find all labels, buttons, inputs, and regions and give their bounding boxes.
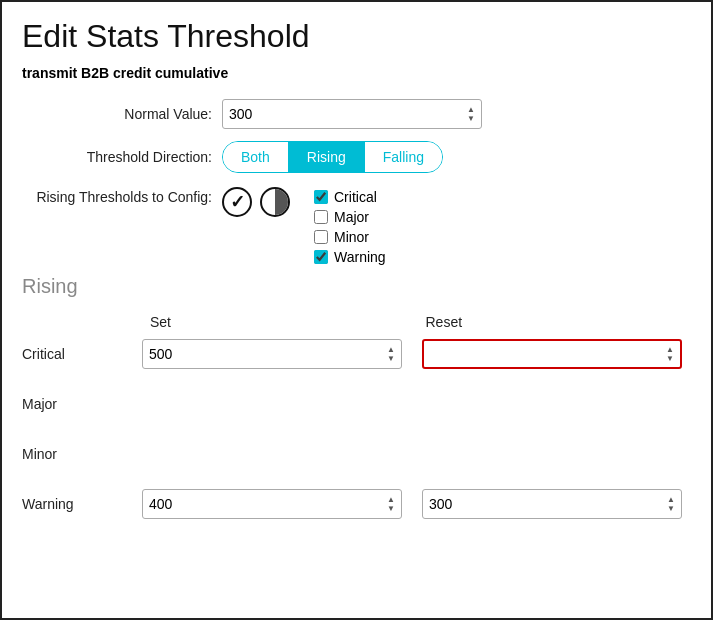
checkbox-critical: Critical [314, 189, 386, 205]
warning-set-field[interactable] [149, 496, 369, 512]
config-icon-checked[interactable] [222, 187, 252, 217]
critical-reset-input-wrapper: ▲ ▼ [422, 339, 682, 369]
critical-reset-up[interactable]: ▲ [666, 346, 674, 354]
checkbox-major-label: Major [334, 209, 369, 225]
normal-value-field[interactable] [229, 106, 449, 122]
checkbox-minor-label: Minor [334, 229, 369, 245]
page-title: Edit Stats Threshold [22, 18, 691, 55]
critical-set-down[interactable]: ▼ [387, 355, 395, 363]
warning-reset-up[interactable]: ▲ [667, 496, 675, 504]
checkbox-warning: Warning [314, 249, 386, 265]
row-warning-label: Warning [22, 496, 142, 512]
normal-value-down[interactable]: ▼ [467, 115, 475, 123]
table-row: Critical ▲ ▼ ▲ ▼ [22, 336, 691, 372]
checkbox-warning-input[interactable] [314, 250, 328, 264]
warning-set-spinner[interactable]: ▲ ▼ [387, 496, 395, 513]
warning-reset-spinner[interactable]: ▲ ▼ [667, 496, 675, 513]
warning-set-down[interactable]: ▼ [387, 505, 395, 513]
checkbox-minor-input[interactable] [314, 230, 328, 244]
normal-value-spinner[interactable]: ▲ ▼ [467, 106, 475, 123]
row-critical-label: Critical [22, 346, 142, 362]
warning-reset-input-wrapper: ▲ ▼ [422, 489, 682, 519]
warning-set-up[interactable]: ▲ [387, 496, 395, 504]
checkbox-critical-input[interactable] [314, 190, 328, 204]
direction-both[interactable]: Both [223, 142, 289, 172]
checkbox-list: Critical Major Minor Warning [314, 189, 386, 265]
table-row: Major [22, 386, 691, 422]
critical-reset-spinner[interactable]: ▲ ▼ [666, 346, 674, 363]
normal-value-up[interactable]: ▲ [467, 106, 475, 114]
checkbox-major-input[interactable] [314, 210, 328, 224]
critical-set-field[interactable] [149, 346, 369, 362]
normal-value-label: Normal Value: [22, 106, 222, 122]
normal-value-row: Normal Value: ▲ ▼ [22, 99, 691, 129]
checkbox-major: Major [314, 209, 386, 225]
table-row: Minor [22, 436, 691, 472]
row-minor-label: Minor [22, 446, 142, 462]
table-header-row: Set Reset [22, 314, 691, 330]
critical-set-spinner[interactable]: ▲ ▼ [387, 346, 395, 363]
critical-set-up[interactable]: ▲ [387, 346, 395, 354]
threshold-direction-label: Threshold Direction: [22, 149, 222, 165]
checkbox-warning-label: Warning [334, 249, 386, 265]
direction-falling[interactable]: Falling [365, 142, 442, 172]
row-major-label: Major [22, 396, 142, 412]
threshold-direction-row: Threshold Direction: Both Rising Falling [22, 141, 691, 173]
direction-group: Both Rising Falling [222, 141, 443, 173]
critical-reset-down[interactable]: ▼ [666, 355, 674, 363]
checkbox-minor: Minor [314, 229, 386, 245]
rising-thresholds-row: Rising Thresholds to Config: Critical Ma… [22, 185, 691, 265]
threshold-table: Set Reset Critical ▲ ▼ ▲ ▼ Major Min [22, 314, 691, 522]
direction-rising[interactable]: Rising [289, 142, 365, 172]
table-row: Warning ▲ ▼ ▲ ▼ [22, 486, 691, 522]
col-reset-header: Reset [416, 314, 692, 330]
normal-value-input-wrapper: ▲ ▼ [222, 99, 482, 129]
col-set-header: Set [140, 314, 416, 330]
warning-set-input-wrapper: ▲ ▼ [142, 489, 402, 519]
warning-reset-field[interactable] [429, 496, 649, 512]
critical-set-input-wrapper: ▲ ▼ [142, 339, 402, 369]
rising-section-title: Rising [22, 275, 691, 298]
rising-thresholds-label: Rising Thresholds to Config: [22, 185, 222, 205]
subtitle: transmit B2B credit cumulative [22, 65, 691, 81]
checkbox-critical-label: Critical [334, 189, 377, 205]
critical-reset-field[interactable] [430, 346, 650, 362]
config-icon-half[interactable] [260, 187, 290, 217]
warning-reset-down[interactable]: ▼ [667, 505, 675, 513]
